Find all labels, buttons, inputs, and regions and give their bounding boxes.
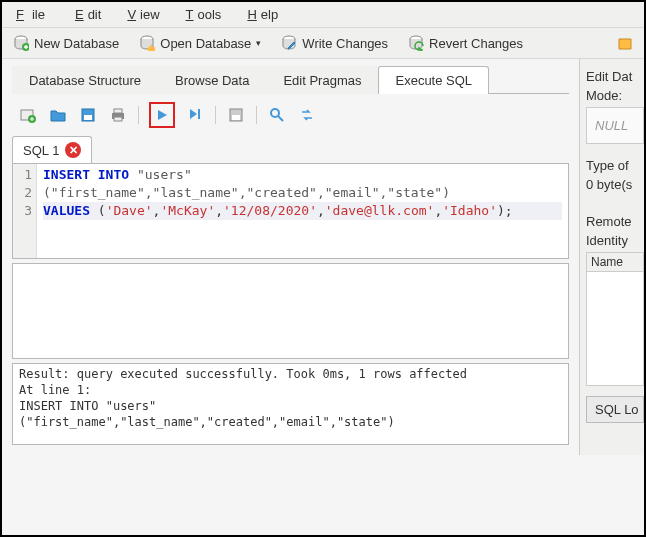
new-database-button[interactable]: New Database bbox=[10, 33, 122, 53]
tab-pragmas[interactable]: Edit Pragmas bbox=[266, 66, 378, 94]
open-tab-icon bbox=[20, 107, 36, 123]
remote-label: Remote bbox=[586, 214, 644, 229]
extra-button[interactable] bbox=[614, 33, 636, 53]
svg-rect-8 bbox=[84, 115, 92, 120]
play-step-icon bbox=[187, 107, 203, 123]
svg-rect-10 bbox=[114, 109, 122, 113]
tab-browse[interactable]: Browse Data bbox=[158, 66, 266, 94]
message-log[interactable]: Result: query executed successfully. Too… bbox=[12, 363, 569, 445]
find-icon bbox=[269, 107, 285, 123]
edit-data-label: Edit Dat bbox=[586, 69, 644, 84]
main-toolbar: New Database Open Database ▾ Write Chang… bbox=[2, 28, 644, 59]
menubar: File Edit View Tools Help bbox=[2, 2, 644, 28]
save-icon bbox=[80, 107, 96, 123]
project-icon bbox=[617, 35, 633, 51]
print-icon bbox=[110, 107, 126, 123]
revert-changes-button[interactable]: Revert Changes bbox=[405, 33, 526, 53]
tab-execute-sql[interactable]: Execute SQL bbox=[378, 66, 489, 94]
tab-structure[interactable]: Database Structure bbox=[12, 66, 158, 94]
close-icon[interactable]: ✕ bbox=[65, 142, 81, 158]
find-button[interactable] bbox=[267, 105, 287, 125]
sql-editor[interactable]: 123 INSERT INTO "users" ("first_name","l… bbox=[13, 164, 568, 258]
line-gutter: 123 bbox=[13, 164, 37, 258]
print-button[interactable] bbox=[108, 105, 128, 125]
open-sql-button[interactable] bbox=[18, 105, 38, 125]
identity-table[interactable]: Name bbox=[586, 252, 644, 386]
execute-line-button[interactable] bbox=[185, 105, 205, 125]
replace-icon bbox=[299, 107, 315, 123]
revert-icon bbox=[408, 35, 424, 51]
bytes-label: 0 byte(s bbox=[586, 177, 644, 192]
menu-help[interactable]: Help bbox=[239, 4, 282, 25]
menu-file[interactable]: File bbox=[8, 4, 53, 25]
menu-edit[interactable]: Edit bbox=[67, 4, 105, 25]
svg-rect-12 bbox=[198, 109, 200, 119]
play-icon bbox=[155, 108, 169, 122]
replace-button[interactable] bbox=[297, 105, 317, 125]
open-file-button[interactable] bbox=[48, 105, 68, 125]
write-icon bbox=[281, 35, 297, 51]
save-result-icon bbox=[228, 107, 244, 123]
sql-tab-1[interactable]: SQL 1 ✕ bbox=[12, 136, 92, 163]
folder-icon bbox=[50, 107, 66, 123]
menu-view[interactable]: View bbox=[119, 4, 163, 25]
svg-point-15 bbox=[271, 109, 279, 117]
execute-button[interactable] bbox=[149, 102, 175, 128]
write-changes-button[interactable]: Write Changes bbox=[278, 33, 391, 53]
identity-table-header: Name bbox=[587, 253, 643, 272]
mode-label: Mode: bbox=[586, 88, 644, 103]
save-button[interactable] bbox=[78, 105, 98, 125]
new-db-icon bbox=[13, 35, 29, 51]
sql-tab-label: SQL 1 bbox=[23, 143, 59, 158]
save-result-button[interactable] bbox=[226, 105, 246, 125]
cell-value-box[interactable]: NULL bbox=[586, 107, 644, 144]
type-label: Type of bbox=[586, 158, 644, 173]
open-database-button[interactable]: Open Database ▾ bbox=[136, 33, 264, 53]
code-area[interactable]: INSERT INTO "users" ("first_name","last_… bbox=[37, 164, 568, 258]
sql-log-button[interactable]: SQL Lo bbox=[586, 396, 644, 423]
dropdown-icon: ▾ bbox=[256, 38, 261, 48]
svg-rect-11 bbox=[114, 117, 122, 121]
main-tabs: Database Structure Browse Data Edit Prag… bbox=[12, 65, 569, 94]
result-grid[interactable] bbox=[12, 263, 569, 359]
edit-cell-panel: Edit Dat Mode: NULL Type of 0 byte(s Rem… bbox=[579, 59, 644, 455]
open-db-icon bbox=[139, 35, 155, 51]
menu-tools[interactable]: Tools bbox=[178, 4, 226, 25]
identity-label: Identity bbox=[586, 233, 644, 248]
sql-toolbar bbox=[12, 100, 569, 136]
svg-rect-14 bbox=[232, 115, 240, 120]
